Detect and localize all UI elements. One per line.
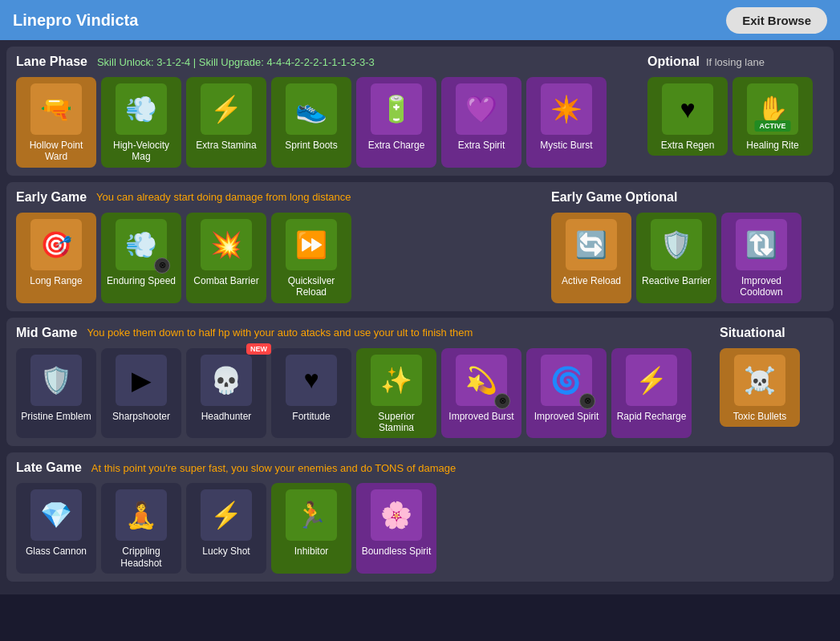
item-card-crippling-headshot[interactable]: 🧘Crippling Headshot bbox=[101, 483, 181, 574]
item-card-quicksilver-reload[interactable]: ⏩Quicksilver Reload bbox=[271, 213, 351, 303]
item-card-fortitude[interactable]: ♥Fortitude bbox=[271, 348, 351, 439]
card-name-label: High-Velocity Mag bbox=[106, 140, 177, 163]
early-game-section: Early Game You can already start doing d… bbox=[6, 182, 834, 311]
lane-phase-cards: 🔫Hollow Point Ward💨High-Velocity Mag⚡Ext… bbox=[16, 77, 641, 168]
card-name-label: Crippling Headshot bbox=[106, 546, 177, 569]
card-name-label: Extra Spirit bbox=[458, 140, 505, 151]
item-card-rapid-recharge[interactable]: ⚡Rapid Recharge bbox=[611, 348, 692, 439]
mid-game-section: Mid Game You poke them down to half hp w… bbox=[6, 318, 834, 447]
late-game-desc: At this point you're super fast, you slo… bbox=[91, 462, 456, 474]
item-card-lucky-shot[interactable]: ⚡Lucky Shot bbox=[186, 483, 266, 574]
card-icon: 🧘 bbox=[116, 489, 167, 541]
card-name-label: Sharpshooter bbox=[112, 411, 170, 422]
item-card-sharpshooter[interactable]: ▶Sharpshooter bbox=[101, 348, 181, 439]
late-game-cards: 💎Glass Cannon🧘Crippling Headshot⚡Lucky S… bbox=[16, 483, 824, 574]
item-card-sprint-boots[interactable]: 👟Sprint Boots bbox=[271, 77, 351, 168]
card-icon: ⚡ bbox=[626, 355, 677, 406]
late-game-label: Late Game bbox=[16, 460, 82, 475]
item-card-healing-rite[interactable]: ✋ACTIVEHealing Rite bbox=[732, 77, 813, 156]
card-icon: 🔃 bbox=[736, 219, 787, 270]
item-card-extra-spirit[interactable]: 💜Extra Spirit bbox=[441, 77, 521, 168]
card-name-label: Improved Burst bbox=[448, 411, 513, 422]
card-icon: ⚡ bbox=[201, 83, 252, 135]
card-icon: ⏩ bbox=[286, 219, 337, 270]
item-card-extra-regen[interactable]: ♥Extra Regen bbox=[647, 77, 728, 156]
item-card-high-velocity-mag[interactable]: 💨High-Velocity Mag bbox=[101, 77, 181, 168]
card-icon: ▶ bbox=[116, 355, 167, 406]
optional-label: Optional bbox=[647, 55, 700, 69]
card-icon: ✨ bbox=[371, 355, 422, 406]
mid-game-cards: 🛡️Pristine Emblem▶SharpshooterNEW💀Headhu… bbox=[16, 348, 713, 439]
item-card-superior-stamina[interactable]: ✨Superior Stamina bbox=[356, 348, 436, 439]
late-game-section: Late Game At this point you're super fas… bbox=[6, 452, 834, 582]
card-name-label: Extra Regen bbox=[661, 140, 715, 151]
card-icon: ♥ bbox=[662, 83, 713, 135]
early-game-label: Early Game bbox=[16, 190, 87, 205]
card-name-label: Inhibitor bbox=[294, 546, 329, 557]
early-optional-label: Early Game Optional bbox=[551, 190, 677, 205]
card-icon: ♥ bbox=[286, 355, 337, 406]
situational-cards: ☠️Toxic Bullets bbox=[720, 348, 824, 427]
card-icon: 💀 bbox=[201, 355, 252, 406]
situational-label: Situational bbox=[720, 326, 785, 340]
item-card-combat-barrier[interactable]: 💥Combat Barrier bbox=[186, 213, 266, 303]
card-name-label: Glass Cannon bbox=[26, 546, 87, 557]
situational-section: Situational ☠️Toxic Bullets bbox=[720, 326, 824, 439]
card-icon: 🔋 bbox=[371, 83, 422, 135]
sub-icon: ⊗ bbox=[494, 393, 510, 409]
item-card-boundless-spirit[interactable]: 🌸Boundless Spirit bbox=[356, 483, 436, 574]
item-card-glass-cannon[interactable]: 💎Glass Cannon bbox=[16, 483, 96, 574]
sub-icon: ⊗ bbox=[579, 393, 595, 409]
card-name-label: Improved Cooldown bbox=[726, 275, 797, 298]
card-icon: 🏃 bbox=[286, 489, 337, 541]
card-icon: 🎯 bbox=[30, 219, 82, 270]
item-card-active-reload[interactable]: 🔄Active Reload bbox=[551, 213, 631, 303]
card-name-label: Headhunter bbox=[201, 411, 252, 422]
item-card-improved-spirit[interactable]: 🌀⊗Improved Spirit bbox=[526, 348, 607, 439]
item-card-extra-stamina[interactable]: ⚡Extra Stamina bbox=[186, 77, 266, 168]
card-icon: ⚡ bbox=[201, 489, 252, 541]
early-game-desc: You can already start doing damage from … bbox=[96, 191, 351, 203]
card-icon: 🔫 bbox=[30, 83, 82, 135]
card-icon: ✴️ bbox=[541, 83, 592, 135]
optional-cards: ♥Extra Regen✋ACTIVEHealing Rite bbox=[647, 77, 824, 156]
item-card-improved-burst[interactable]: 💫⊗Improved Burst bbox=[441, 348, 521, 439]
card-name-label: Long Range bbox=[30, 275, 82, 286]
mid-game-desc: You poke them down to half hp with your … bbox=[87, 327, 473, 339]
optional-sublabel: If losing lane bbox=[706, 56, 765, 68]
card-name-label: Pristine Emblem bbox=[21, 411, 91, 422]
card-icon: 💨⊗ bbox=[116, 219, 167, 270]
main-content: Lane Phase Skill Unlock: 3-1-2-4 | Skill… bbox=[0, 40, 840, 594]
item-card-hollow-point-ward[interactable]: 🔫Hollow Point Ward bbox=[16, 77, 96, 168]
card-icon: 👟 bbox=[286, 83, 337, 135]
card-icon: 💫⊗ bbox=[456, 355, 507, 406]
card-name-label: Sprint Boots bbox=[285, 140, 337, 151]
item-card-improved-cooldown[interactable]: 🔃Improved Cooldown bbox=[721, 213, 801, 303]
card-name-label: Active Reload bbox=[562, 275, 621, 286]
item-card-extra-charge[interactable]: 🔋Extra Charge bbox=[356, 77, 436, 168]
card-name-label: Rapid Recharge bbox=[617, 411, 687, 422]
item-card-long-range[interactable]: 🎯Long Range bbox=[16, 213, 96, 303]
item-card-mystic-burst[interactable]: ✴️Mystic Burst bbox=[526, 77, 607, 168]
exit-browse-button[interactable]: Exit Browse bbox=[726, 7, 827, 34]
card-icon: ✋ACTIVE bbox=[747, 83, 798, 135]
item-card-pristine-emblem[interactable]: 🛡️Pristine Emblem bbox=[16, 348, 96, 439]
item-card-headhunter[interactable]: NEW💀Headhunter bbox=[186, 348, 266, 439]
card-name-label: Mystic Burst bbox=[540, 140, 592, 151]
card-icon: 🛡️ bbox=[651, 219, 702, 270]
card-name-label: Improved Spirit bbox=[534, 411, 599, 422]
active-badge: ACTIVE bbox=[754, 120, 790, 132]
lane-phase-section: Lane Phase Skill Unlock: 3-1-2-4 | Skill… bbox=[6, 47, 834, 176]
item-card-reactive-barrier[interactable]: 🛡️Reactive Barrier bbox=[636, 213, 716, 303]
item-card-inhibitor[interactable]: 🏃Inhibitor bbox=[271, 483, 351, 574]
card-name-label: Boundless Spirit bbox=[362, 546, 432, 557]
new-badge: NEW bbox=[246, 343, 271, 355]
lane-phase-label: Lane Phase bbox=[16, 55, 87, 69]
card-icon: 💎 bbox=[30, 489, 82, 541]
item-card-toxic-bullets[interactable]: ☠️Toxic Bullets bbox=[720, 348, 800, 427]
card-icon: ☠️ bbox=[734, 355, 785, 406]
card-name-label: Toxic Bullets bbox=[733, 411, 787, 422]
card-name-label: Extra Stamina bbox=[196, 140, 256, 151]
item-card-enduring-speed[interactable]: 💨⊗Enduring Speed bbox=[101, 213, 181, 303]
sub-icon: ⊗ bbox=[154, 258, 170, 274]
